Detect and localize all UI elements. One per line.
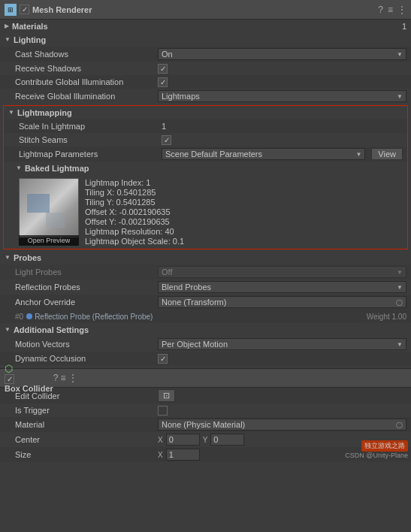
- lightmapping-section: Lightmapping Scale In Lightmap 1 Stitch …: [3, 105, 408, 249]
- size-x-input[interactable]: [166, 449, 200, 461]
- additional-title: Additional Settings: [14, 325, 89, 334]
- box-collider-settings-icon[interactable]: ≡: [61, 373, 66, 383]
- is-trigger-checkbox[interactable]: [158, 406, 168, 416]
- lightmap-scale: Lightmap Object Scale: 0.1: [85, 237, 404, 246]
- contribute-global-checkbox[interactable]: [158, 77, 168, 87]
- motion-vectors-row: Motion Vectors Per Object Motion ▼: [0, 337, 411, 352]
- receive-global-value: Lightmaps ▼: [158, 90, 406, 102]
- edit-collider-label: Edit Collider: [15, 391, 158, 401]
- probes-triangle: [5, 255, 11, 261]
- box-collider-help-icon[interactable]: ?: [53, 373, 59, 383]
- box-collider-more-icon[interactable]: ⋮: [68, 373, 77, 383]
- lighting-triangle: [5, 37, 11, 43]
- edit-collider-row: Edit Collider ⊡: [0, 388, 411, 404]
- mesh-renderer-header: ⊞ Mesh Renderer ? ≡ ⋮: [0, 0, 411, 20]
- more-icon[interactable]: ⋮: [397, 5, 406, 15]
- reflection-probes-arrow: ▼: [397, 284, 403, 291]
- mesh-renderer-toggle[interactable]: [20, 5, 29, 14]
- center-x-input[interactable]: [166, 434, 200, 446]
- watermark-badge: 独立游戏之路: [361, 440, 408, 452]
- motion-vectors-dropdown[interactable]: Per Object Motion ▼: [158, 338, 406, 350]
- center-y-input[interactable]: [210, 434, 244, 446]
- motion-vectors-value: Per Object Motion ▼: [158, 338, 406, 350]
- additional-triangle: [5, 327, 11, 333]
- material-arrow: ◯: [396, 422, 403, 428]
- probe-dot-icon: [26, 313, 32, 319]
- is-trigger-label: Is Trigger: [15, 406, 158, 415]
- probe-ref-row: #0 Reflection Probe (Reflection Probe) W…: [0, 310, 411, 323]
- center-x-label: X: [158, 436, 163, 444]
- cast-shadows-row: Cast Shadows On ▼: [0, 47, 411, 62]
- dynamic-occlusion-checkbox[interactable]: [158, 354, 168, 364]
- dynamic-occlusion-label: Dynamic Occlusion: [15, 354, 158, 363]
- lightmapping-header[interactable]: Lightmapping: [4, 106, 407, 119]
- cast-shadows-label: Cast Shadows: [15, 50, 158, 59]
- help-icon[interactable]: ?: [378, 5, 383, 15]
- center-xy: X Y: [158, 434, 244, 446]
- baked-lightmap-header[interactable]: Baked Lightmap: [4, 162, 407, 175]
- receive-global-dropdown[interactable]: Lightmaps ▼: [158, 90, 406, 102]
- reflection-probes-row: Reflection Probes Blend Probes ▼: [0, 280, 411, 295]
- edit-collider-value: ⊡: [158, 389, 406, 402]
- cast-shadows-dropdown[interactable]: On ▼: [158, 48, 406, 60]
- reflection-probes-value: Blend Probes ▼: [158, 281, 406, 293]
- materials-section-header[interactable]: Materials 1: [0, 20, 411, 33]
- probe-id: #0: [15, 313, 23, 321]
- view-button[interactable]: View: [371, 148, 403, 160]
- light-probes-label: Light Probes: [15, 268, 158, 277]
- material-row: Material None (Physic Material) ◯: [0, 417, 411, 432]
- settings-icon[interactable]: ≡: [388, 5, 393, 15]
- anchor-override-label: Anchor Override: [15, 298, 158, 307]
- tiling-x: Tiling X: 0.5401285: [85, 188, 404, 197]
- lighting-section-header[interactable]: Lighting: [0, 33, 411, 47]
- scale-lightmap-value: 1: [162, 122, 403, 131]
- contribute-global-row: Contribute Global Illumination: [0, 75, 411, 89]
- box-collider-header: ⬡ Box Collider ? ≡ ⋮: [0, 368, 411, 388]
- baked-triangle: [16, 165, 22, 171]
- light-probes-value: Off ▼: [158, 266, 406, 278]
- lightmap-params-label: Lightmap Parameters: [19, 150, 162, 159]
- baked-title: Baked Lightmap: [25, 164, 89, 173]
- materials-triangle: [5, 23, 9, 29]
- is-trigger-value: [158, 406, 406, 416]
- light-probes-row: Light Probes Off ▼: [0, 264, 411, 280]
- size-xy: X: [158, 449, 200, 461]
- light-probes-dropdown[interactable]: Off ▼: [158, 266, 406, 278]
- dynamic-occlusion-value: [158, 354, 406, 364]
- watermark: 独立游戏之路 CSDN @Unity-Plane: [345, 440, 408, 459]
- mesh-renderer-icon: ⊞: [5, 4, 17, 16]
- probes-section-header[interactable]: Probes: [0, 251, 411, 264]
- motion-vectors-arrow: ▼: [397, 341, 403, 348]
- is-trigger-row: Is Trigger: [0, 404, 411, 417]
- materials-count: 1: [402, 22, 406, 31]
- receive-shadows-checkbox[interactable]: [158, 64, 168, 74]
- baked-preview-row: Open Preview Lightmap Index: 1 Tiling X:…: [4, 175, 407, 249]
- material-value: None (Physic Material) ◯: [158, 419, 406, 431]
- lightmap-thumbnail: [19, 178, 79, 238]
- stitch-seams-value: [162, 135, 403, 145]
- stitch-seams-checkbox[interactable]: [162, 135, 171, 145]
- lightmap-params-dropdown[interactable]: Scene Default Parameters ▼: [162, 148, 365, 160]
- cast-shadows-arrow: ▼: [397, 51, 403, 58]
- lightmap-params-row: Lightmap Parameters Scene Default Parame…: [4, 147, 407, 162]
- lightmapping-triangle: [8, 110, 14, 116]
- anchor-override-arrow: ◯: [396, 299, 403, 306]
- light-probes-arrow: ▼: [397, 269, 403, 276]
- receive-global-row: Receive Global Illumination Lightmaps ▼: [0, 89, 411, 104]
- center-y-label: Y: [203, 436, 208, 444]
- reflection-probes-dropdown[interactable]: Blend Probes ▼: [158, 281, 406, 293]
- material-dropdown[interactable]: None (Physic Material) ◯: [158, 419, 406, 431]
- dynamic-occlusion-row: Dynamic Occlusion: [0, 352, 411, 365]
- anchor-override-value: None (Transform) ◯: [158, 296, 406, 308]
- lightmap-info: Lightmap Index: 1 Tiling X: 0.5401285 Ti…: [85, 178, 404, 246]
- receive-shadows-row: Receive Shadows: [0, 62, 411, 75]
- additional-section-header[interactable]: Additional Settings: [0, 323, 411, 337]
- material-label: Material: [15, 420, 158, 429]
- open-preview-button[interactable]: Open Preview: [19, 235, 79, 246]
- center-label: Center: [15, 435, 158, 444]
- params-arrow: ▼: [355, 151, 361, 158]
- anchor-override-dropdown[interactable]: None (Transform) ◯: [158, 296, 406, 308]
- edit-collider-button[interactable]: ⊡: [158, 389, 175, 402]
- box-collider-toggle[interactable]: [5, 374, 14, 384]
- watermark-site: CSDN @Unity-Plane: [345, 452, 408, 459]
